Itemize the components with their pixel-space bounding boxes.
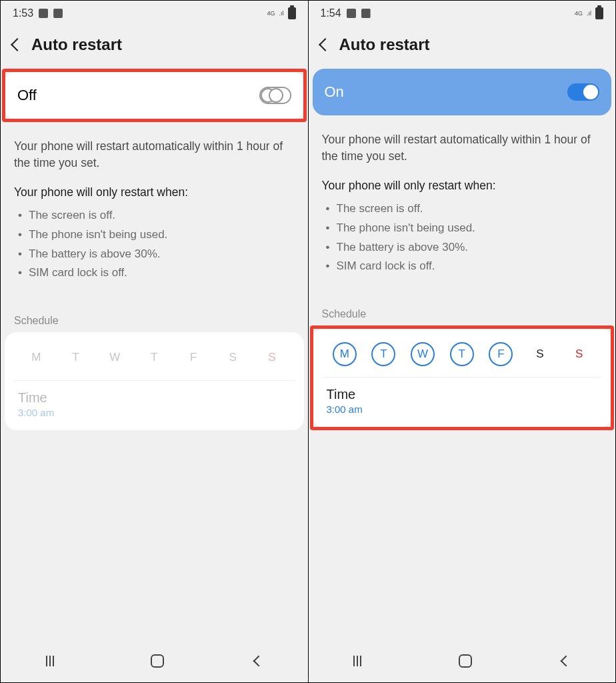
page-title: Auto restart: [31, 35, 122, 54]
day-sat[interactable]: S: [528, 342, 552, 366]
time-value: 3:00 am: [18, 407, 291, 418]
back-button[interactable]: [561, 656, 572, 667]
picture-icon: [347, 9, 356, 18]
annotation-highlight: Off: [2, 69, 307, 122]
status-time: 1:53: [13, 7, 33, 19]
time-label: Time: [327, 387, 598, 402]
battery-icon: [595, 7, 603, 19]
status-bar: 1:53 4G .ıl: [1, 1, 308, 26]
home-button[interactable]: [151, 654, 164, 668]
time-row[interactable]: Time 3:00 am: [323, 378, 602, 416]
schedule-label: Schedule: [309, 288, 616, 325]
conditions-list: The screen is off. The phone isn't being…: [1, 206, 308, 295]
day-fri[interactable]: F: [489, 342, 513, 366]
battery-icon: [288, 7, 296, 19]
toggle-label: Off: [17, 87, 37, 104]
back-icon[interactable]: [11, 38, 24, 51]
master-toggle-row[interactable]: On: [313, 69, 612, 115]
screenshot-on-state: 1:54 4G .ıl Auto restart On Your phone w…: [308, 1, 616, 682]
screenshot-off-state: 1:53 4G .ıl Auto restart Off Your phone …: [1, 1, 308, 682]
recents-button[interactable]: [46, 656, 61, 666]
network-indicator: 4G: [267, 11, 275, 17]
home-button[interactable]: [459, 654, 472, 668]
day-wed[interactable]: W: [103, 346, 127, 370]
day-thu[interactable]: T: [142, 346, 166, 370]
android-navbar: [309, 640, 616, 682]
back-icon[interactable]: [319, 38, 332, 51]
day-sun[interactable]: S: [567, 342, 591, 366]
day-mon[interactable]: M: [24, 346, 48, 370]
day-mon[interactable]: M: [333, 342, 357, 366]
day-tue[interactable]: T: [63, 346, 87, 370]
days-row: M T W T F S S: [323, 341, 602, 378]
condition-item: The screen is off.: [14, 206, 295, 225]
back-button[interactable]: [253, 656, 264, 667]
toggle-switch-on[interactable]: [567, 83, 599, 101]
toggle-switch-off[interactable]: [259, 87, 291, 104]
day-sat[interactable]: S: [221, 346, 245, 370]
condition-item: The battery is above 30%.: [322, 238, 603, 257]
condition-item: The battery is above 30%.: [14, 245, 295, 264]
description-text: Your phone will restart automatically wi…: [1, 122, 308, 181]
schedule-card: M T W T F S S Time 3:00 am: [5, 332, 304, 430]
status-bar: 1:54 4G .ıl: [309, 1, 616, 26]
page-header: Auto restart: [309, 26, 616, 69]
days-row: M T W T F S S: [14, 344, 295, 381]
time-row[interactable]: Time 3:00 am: [14, 381, 295, 420]
signal-icon: .ıl: [279, 11, 283, 17]
condition-item: SIM card lock is off.: [14, 263, 295, 283]
recents-button[interactable]: [353, 656, 368, 666]
checkbox-icon: [53, 9, 63, 18]
conditions-heading: Your phone will only restart when:: [1, 181, 308, 206]
condition-item: The phone isn't being used.: [322, 219, 603, 238]
day-sun[interactable]: S: [260, 346, 284, 370]
annotation-highlight: M T W T F S S Time 3:00 am: [310, 325, 615, 430]
signal-icon: .ıl: [587, 11, 591, 17]
schedule-label: Schedule: [1, 295, 308, 332]
day-thu[interactable]: T: [450, 342, 474, 366]
day-tue[interactable]: T: [371, 342, 395, 366]
conditions-list: The screen is off. The phone isn't being…: [309, 199, 616, 289]
status-time: 1:54: [321, 7, 341, 19]
day-wed[interactable]: W: [411, 342, 435, 366]
description-text: Your phone will restart automatically wi…: [309, 115, 616, 175]
android-navbar: [1, 640, 308, 682]
page-title: Auto restart: [339, 35, 430, 54]
network-indicator: 4G: [575, 11, 583, 17]
time-value: 3:00 am: [327, 404, 598, 415]
condition-item: SIM card lock is off.: [322, 257, 603, 276]
schedule-card: M T W T F S S Time 3:00 am: [313, 329, 611, 427]
condition-item: The screen is off.: [322, 199, 603, 219]
page-header: Auto restart: [1, 26, 308, 69]
day-fri[interactable]: F: [181, 346, 205, 370]
master-toggle-row[interactable]: Off: [5, 72, 303, 119]
checkbox-icon: [361, 9, 371, 18]
time-label: Time: [18, 390, 291, 406]
condition-item: The phone isn't being used.: [14, 225, 295, 245]
toggle-label: On: [325, 83, 344, 101]
conditions-heading: Your phone will only restart when:: [309, 175, 616, 199]
picture-icon: [39, 9, 48, 18]
